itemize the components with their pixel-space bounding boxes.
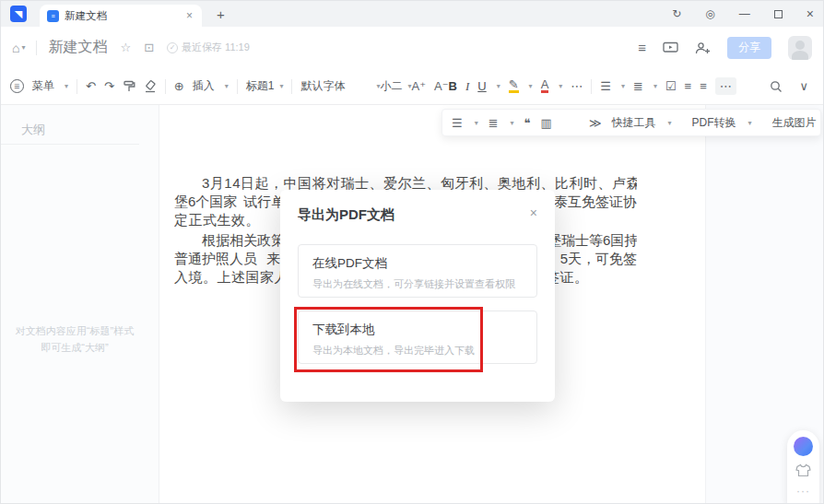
insert-label[interactable]: 插入 xyxy=(193,78,215,94)
option-title: 在线PDF文档 xyxy=(312,255,523,272)
menu-hamburger-icon[interactable]: ≡ xyxy=(638,40,646,55)
new-tab-button[interactable]: + xyxy=(217,6,225,22)
collapse-toolbar-icon[interactable]: ∨ xyxy=(799,79,808,93)
search-icon[interactable] xyxy=(770,80,783,93)
more-dots-icon[interactable]: ··· xyxy=(796,485,810,498)
tab-close-icon[interactable]: × xyxy=(184,9,194,22)
insert-caret-icon[interactable]: ▾ xyxy=(225,82,229,90)
numbered-list-icon[interactable]: ≣ xyxy=(633,79,643,93)
redo-icon[interactable]: ↷ xyxy=(104,79,114,93)
line-spacing-icon[interactable]: ≣ xyxy=(489,116,499,130)
style-select[interactable]: 标题1 ▾ xyxy=(246,78,284,94)
insert-plus-icon[interactable]: ⊕ xyxy=(174,79,184,93)
outline-hint-line2: 即可生成“大纲” xyxy=(1,339,148,356)
align-menu-caret-icon[interactable]: ▾ xyxy=(475,119,478,127)
ai-assistant-icon[interactable] xyxy=(794,437,813,456)
line-spacing-caret-icon[interactable]: ▾ xyxy=(511,119,514,127)
assistant-panel: ··· xyxy=(787,430,819,504)
insert-group: ⊕ 插入 ▾ xyxy=(174,78,229,94)
underline-button[interactable]: U xyxy=(477,79,486,93)
window-controls: ↻ ◎ — × xyxy=(672,6,814,21)
dialog-title: 导出为PDF文档 xyxy=(298,206,394,224)
title-bar: ⌂ ▾ 新建文档 ☆ ⊡ ✓ 最近保存 11:19 ≡ 分享 xyxy=(1,27,823,68)
dialog-close-icon[interactable]: × xyxy=(530,206,537,219)
titlebar-actions: ≡ 分享 xyxy=(638,36,812,60)
decrease-font-icon[interactable]: A⁻ xyxy=(434,79,449,93)
document-tab[interactable]: ≡ 新建文档 × xyxy=(40,5,202,27)
menu-circle-icon[interactable]: ☰ xyxy=(10,79,24,93)
clear-format-icon[interactable] xyxy=(144,80,157,93)
numbered-caret-icon[interactable]: ▾ xyxy=(653,82,657,90)
settings-icon[interactable]: ◎ xyxy=(705,7,714,20)
paragraph-group: ☰ ▾ ≣ ▾ ☑ ≡ ≡ ⋯ xyxy=(600,77,736,95)
minimize-icon[interactable]: — xyxy=(739,7,750,20)
main-toolbar: ☰ 菜单 ▾ ↶ ↷ ⊕ 插入 ▾ 标题1 ▾ xyxy=(1,68,823,105)
sync-icon[interactable]: ↻ xyxy=(672,7,681,20)
home-caret-icon[interactable]: ▾ xyxy=(21,43,25,52)
saved-text: 最近保存 11:19 xyxy=(182,41,250,54)
dialog-header: 导出为PDF文档 × xyxy=(298,206,537,224)
doc-text: 3月14日起，中国将对瑞士、爱尔兰、匈牙利、奥地利、比利时、卢森 xyxy=(202,175,637,191)
option-online-pdf[interactable]: 在线PDF文档 导出为在线文档，可分享链接并设置查看权限 xyxy=(298,244,537,298)
doc-text: 堡6个国家 xyxy=(174,193,237,212)
align-menu-icon[interactable]: ☰ xyxy=(452,116,463,130)
invite-user-icon[interactable] xyxy=(695,41,711,54)
undo-icon[interactable]: ↶ xyxy=(86,79,96,93)
pdf-convert-caret-icon[interactable]: ▾ xyxy=(748,119,752,127)
style-value: 标题1 xyxy=(246,78,275,94)
outline-hint-line1: 对文档内容应用“标题”样式 xyxy=(1,322,148,339)
home-icon[interactable]: ⌂ xyxy=(12,41,19,55)
indent-icon[interactable]: ≡ xyxy=(700,79,707,93)
quote-icon[interactable]: ❝ xyxy=(524,116,531,130)
menu-caret-icon[interactable]: ▾ xyxy=(65,82,68,90)
secondary-toolbar: ☰ ▾ ≣ ▾ ❝ ▥ ≫ 快捷工具 ▾ PDF转换 ▾ 生成图片 打印 xyxy=(441,109,821,136)
saved-check-icon: ✓ xyxy=(167,42,178,53)
menu-label[interactable]: 菜单 xyxy=(32,78,54,94)
maximize-icon[interactable] xyxy=(774,10,783,18)
outline-title: 大纲 xyxy=(21,122,45,138)
underline-caret-icon[interactable]: ▾ xyxy=(497,82,500,90)
font-select[interactable]: 默认字体 ▾ xyxy=(300,78,380,94)
toolbar-right-group: ∨ xyxy=(770,79,814,93)
skin-theme-icon[interactable] xyxy=(795,463,811,477)
close-window-icon[interactable]: × xyxy=(806,6,814,21)
align-icon[interactable]: ≡ xyxy=(685,79,692,93)
bullet-list-icon[interactable]: ☰ xyxy=(600,79,611,93)
quick-tools-caret-icon[interactable]: ▾ xyxy=(668,119,672,127)
star-icon[interactable]: ☆ xyxy=(120,41,131,54)
app-logo-icon[interactable]: ◥ xyxy=(10,6,27,22)
doc-text: 定正式生效。 xyxy=(174,212,260,228)
highlight-caret-icon[interactable]: ▾ xyxy=(529,82,533,90)
divider xyxy=(591,79,592,94)
generate-image-label[interactable]: 生成图片 xyxy=(772,115,817,131)
move-doc-icon[interactable]: ⊡ xyxy=(144,41,154,54)
bold-button[interactable]: B xyxy=(449,79,457,93)
highlight-pen-icon[interactable]: ✎ xyxy=(509,79,519,93)
font-size-value: 小二 xyxy=(380,78,402,94)
more-format-icon[interactable]: ⋯ xyxy=(571,79,583,93)
columns-icon[interactable]: ▥ xyxy=(541,116,552,130)
italic-button[interactable]: I xyxy=(465,79,469,94)
divider xyxy=(77,79,77,94)
doc-file-icon: ≡ xyxy=(47,10,59,22)
app-window: ◥ ≡ 新建文档 × + ↻ ◎ — × ⌂ ▾ 新建文档 ☆ ⊡ ✓ 最近保存… xyxy=(0,0,824,504)
present-icon[interactable] xyxy=(663,41,678,54)
format-painter-icon[interactable] xyxy=(123,80,135,93)
share-button[interactable]: 分享 xyxy=(727,37,771,59)
bullet-caret-icon[interactable]: ▾ xyxy=(621,82,625,90)
outline-sidebar: 大纲 对文档内容应用“标题”样式 即可生成“大纲” xyxy=(1,105,159,504)
doc-text: 5天，可免签 xyxy=(560,251,637,269)
task-list-icon[interactable]: ☑ xyxy=(665,79,677,93)
pdf-convert-label[interactable]: PDF转换 xyxy=(692,115,736,131)
increase-font-icon[interactable]: A⁺ xyxy=(411,79,426,93)
outline-hint: 对文档内容应用“标题”样式 即可生成“大纲” xyxy=(1,322,148,356)
menu-group: ☰ 菜单 ▾ xyxy=(10,78,68,94)
annotation-rectangle xyxy=(294,307,483,372)
more-paragraph-icon[interactable]: ⋯ xyxy=(715,77,736,95)
font-color-caret-icon[interactable]: ▾ xyxy=(559,82,562,90)
quick-tools-label[interactable]: 快捷工具 xyxy=(612,115,656,131)
divider xyxy=(36,41,37,55)
font-size-select[interactable]: 小二 ▾ xyxy=(380,78,411,94)
avatar[interactable] xyxy=(788,36,812,60)
font-color-icon[interactable]: A xyxy=(541,79,549,93)
